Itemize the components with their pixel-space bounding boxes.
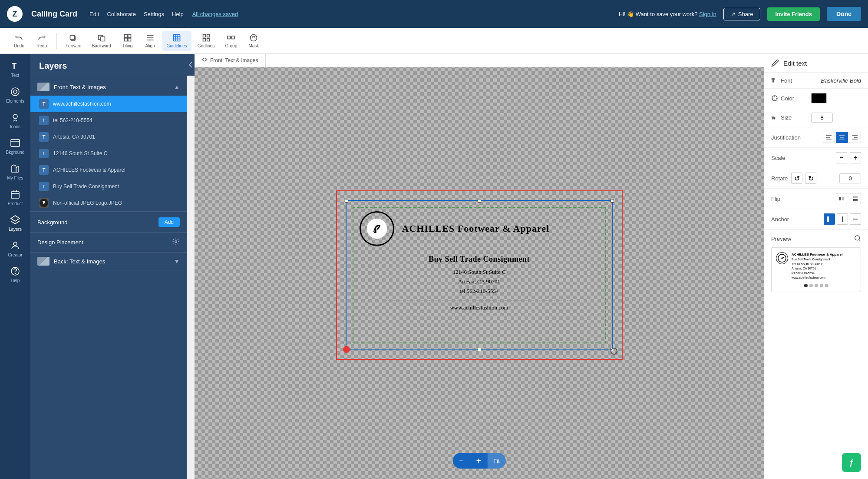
forward-button[interactable]: Forward [61, 31, 86, 51]
group-button[interactable]: Group [221, 31, 241, 51]
collapse-back-icon[interactable]: ▼ [174, 258, 180, 265]
guidelines-button[interactable]: Guidelines [162, 31, 191, 51]
align-button[interactable]: Align [140, 31, 161, 51]
layer-item-brand[interactable]: T ACHILLES Footwear & Apparel [30, 162, 187, 178]
scale-minus-button[interactable]: − [836, 152, 847, 163]
layers-tab-icon [201, 57, 208, 63]
layer-item-website[interactable]: T www.achillesfashion.com [30, 96, 187, 112]
zoom-out-button[interactable]: − [452, 453, 470, 469]
nav-edit[interactable]: Edit [89, 11, 99, 17]
svg-rect-54 [853, 199, 858, 201]
preview-dot-5[interactable] [825, 284, 828, 287]
layer-item-city[interactable]: T Artesia, CA 90701 [30, 129, 187, 145]
share-button[interactable]: ↗ Share [723, 8, 761, 20]
size-input[interactable] [811, 113, 833, 123]
fiverr-badge[interactable]: ƒ [842, 453, 861, 472]
logo[interactable]: Z [7, 6, 23, 22]
add-background-button[interactable]: Add [158, 217, 180, 227]
back-group-header[interactable]: Back: Text & Images ▼ [30, 253, 187, 270]
preview-dot-3[interactable] [815, 284, 818, 287]
mask-button[interactable]: Mask [243, 31, 264, 51]
sidebar-item-icons[interactable]: Icons [1, 109, 29, 133]
front-group-header[interactable]: Front: Text & Images ▲ [30, 78, 187, 96]
sidebar-item-help[interactable]: Help [1, 263, 29, 286]
handle-tl[interactable] [345, 199, 348, 203]
sidebar-item-text[interactable]: T Text [1, 57, 29, 81]
handle-tr[interactable] [611, 199, 614, 203]
collapse-front-icon[interactable]: ▲ [174, 83, 180, 90]
layer-item-address[interactable]: T 12146 South St Suite C [30, 145, 187, 162]
preview-dot-2[interactable] [809, 284, 813, 287]
flip-h-button[interactable] [836, 193, 847, 204]
layer-item-consignment[interactable]: T Buy Sell Trade Consignment [30, 178, 187, 195]
canvas-tab-front[interactable]: Front: Text & Images [195, 54, 266, 67]
design-placement-row[interactable]: Design Placement [30, 233, 187, 253]
preview-dot-1[interactable] [804, 284, 808, 287]
layer-item-phone[interactable]: T tel 562-210-5554 [30, 112, 187, 129]
handle-tm[interactable] [478, 199, 481, 203]
files-icon [10, 163, 20, 174]
undo-button[interactable]: Undo [9, 31, 30, 51]
saved-status[interactable]: All changes saved [192, 11, 238, 17]
rotate-cw-button[interactable]: ↻ [805, 173, 816, 184]
justify-center-button[interactable] [836, 132, 848, 143]
back-group-label: Back: Text & Images [54, 258, 105, 265]
panel-collapse[interactable] [187, 54, 195, 76]
nav-help[interactable]: Help [172, 11, 184, 17]
svg-line-59 [859, 240, 860, 241]
rotate-handle-br[interactable] [611, 348, 617, 355]
gridlines-button[interactable]: Gridlines [193, 31, 219, 51]
nav-links: Edit Collaborate Settings Help [89, 11, 184, 17]
gear-icon[interactable] [172, 238, 180, 247]
tiling-button[interactable]: Tiling [117, 31, 138, 51]
preview-pagination [804, 284, 828, 287]
size-icon: Ts [771, 114, 778, 121]
rotate-ccw-button[interactable]: ↺ [791, 173, 802, 184]
front-group-label: Front: Text & Images [54, 84, 106, 90]
anchor-btn-2[interactable] [837, 213, 848, 225]
scale-plus-button[interactable]: + [850, 152, 861, 163]
zoom-in-button[interactable]: + [470, 453, 487, 469]
svg-rect-20 [228, 36, 231, 39]
card-logo-circle [360, 211, 394, 246]
justify-right-button[interactable] [849, 132, 861, 143]
preview-dot-4[interactable] [820, 284, 823, 287]
background-row: Background Add [30, 212, 187, 233]
app-title: Calling Card [31, 10, 77, 19]
gridlines-icon [202, 33, 211, 42]
sidebar-item-layers[interactable]: Layers [1, 211, 29, 235]
nav-settings[interactable]: Settings [144, 11, 164, 17]
right-panel-header: Edit text [764, 54, 868, 73]
svg-rect-4 [124, 34, 127, 37]
justify-left-button[interactable] [823, 132, 835, 143]
sidebar-item-product[interactable]: Product [1, 186, 29, 210]
rotate-angle-input[interactable] [839, 173, 861, 183]
zoom-fit-button[interactable]: Fit [487, 453, 505, 469]
backward-button[interactable]: Backward [88, 31, 116, 51]
sidebar-item-background[interactable]: Bkground [1, 134, 29, 158]
sidebar-item-elements[interactable]: Elements [1, 83, 29, 107]
sidebar-item-myfiles[interactable]: My Files [1, 160, 29, 184]
card-website: www.achillesfashion.com [383, 300, 575, 311]
card-top-row: ACHILLES Footwear & Apparel [360, 211, 599, 246]
preview-search-icon[interactable] [854, 235, 861, 243]
color-swatch[interactable] [811, 93, 827, 103]
anchor-buttons [824, 213, 861, 225]
red-handle-bl[interactable] [343, 346, 350, 353]
redo-button[interactable]: Redo [31, 31, 52, 51]
invite-button[interactable]: Invite Friends [767, 7, 820, 21]
handle-bm[interactable] [478, 348, 481, 351]
svg-rect-19 [207, 38, 209, 41]
layer-text-icon: T [39, 116, 49, 125]
layer-item-logo[interactable]: Non-official JPEG Logo.JPEG [30, 195, 187, 211]
nav-collaborate[interactable]: Collaborate [107, 11, 136, 17]
toolbar: Undo Redo Forward Backward Tiling Align … [0, 28, 868, 54]
done-button[interactable]: Done [827, 7, 861, 21]
anchor-btn-3[interactable] [850, 213, 861, 225]
sign-in-link[interactable]: Sign in [699, 11, 716, 17]
flip-v-button[interactable] [850, 193, 861, 204]
svg-point-26 [11, 88, 19, 96]
anchor-btn-1[interactable] [824, 213, 835, 225]
sidebar-item-creator[interactable]: Creator [1, 237, 29, 261]
card-consignment: Buy Sell Trade Consignment [429, 255, 530, 264]
